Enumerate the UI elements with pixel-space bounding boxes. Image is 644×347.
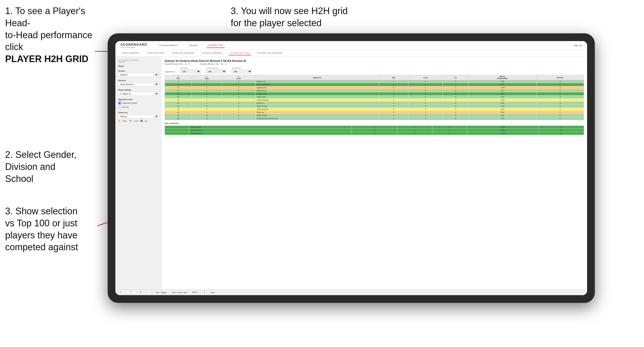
- toolbar-replay[interactable]: ↩: [145, 291, 150, 294]
- toolbar-forward[interactable]: →: [132, 291, 136, 294]
- table-row: 10 6 3 Andrea York 2 0 0 4.00 4: [165, 92, 584, 95]
- grid-title: Katelyn Vo Head-to-Head Grid for Women's…: [165, 59, 584, 62]
- cell-diff: 0.38: [468, 102, 536, 105]
- cell-diff: -1.00: [468, 86, 536, 89]
- subnav-player-h2h-heatmap[interactable]: PLAYER H2H HEATMAP: [256, 51, 284, 55]
- colour-by-label: Colour by: [118, 111, 159, 114]
- toolbar-view-original[interactable]: View: Original: [154, 291, 168, 294]
- subnav-team-summary[interactable]: TEAM SUMMARY: [120, 51, 141, 55]
- filter-region-select[interactable]: (All): [180, 70, 201, 73]
- sidebar-player-label: Player: [118, 65, 159, 67]
- table-row: 18 2 2 Euna Lee 0 1 0 -5.00 2: [165, 111, 584, 114]
- filter-region-label: Region: [180, 67, 201, 69]
- toolbar-grid[interactable]: ⊞: [138, 291, 143, 294]
- main-content: Last Updated: 27/03/202416:55:38 Player …: [115, 57, 587, 289]
- cell-diff: -5.00: [468, 111, 536, 114]
- nav-tournaments[interactable]: TOURNAMENTS: [157, 43, 180, 48]
- cell-opponent: Eunice Yi: [256, 102, 379, 105]
- subnav-team-h2h-grid[interactable]: TEAM H2H GRID: [146, 51, 166, 55]
- toolbar-back[interactable]: ←: [125, 291, 129, 294]
- cell-loss: 1: [408, 111, 443, 114]
- toolbar-layout[interactable]: ⊡: [202, 291, 207, 294]
- navbar: SCOREBOARD Powered by clippd TOURNAMENTS…: [115, 41, 587, 50]
- cell-opponent: Emily Chang: [256, 114, 379, 117]
- table-row: 3 1 1 Esther Lee 1 0 1 1.50 4: [165, 80, 584, 83]
- cell-win: 1: [379, 95, 408, 99]
- cell-empty: [165, 129, 189, 132]
- cell-rounds: 2: [536, 99, 584, 102]
- cell-foreign-label: NAIA Division 1: [189, 129, 352, 132]
- col-conf: #Conf: [222, 75, 256, 80]
- cell-win: 0: [379, 111, 408, 114]
- filter-opp-select[interactable]: (All): [232, 70, 252, 73]
- cell-loss: 2: [408, 108, 443, 111]
- tablet: SCOREBOARD Powered by clippd TOURNAMENTS…: [108, 33, 595, 303]
- cell-loss: 0: [408, 105, 443, 108]
- sidebar: Last Updated: 27/03/202416:55:38 Player …: [115, 57, 162, 289]
- colour-by-select[interactable]: Win/loss: [118, 114, 159, 118]
- gender-select[interactable]: Women's: [118, 73, 159, 77]
- cell-rounds: 9: [536, 102, 584, 105]
- toolbar-save-custom[interactable]: Save Custom View: [170, 291, 188, 294]
- cell-empty: [165, 126, 189, 129]
- out-of-div-table: Foreign Team 1 0 0 4.500 2 NAIA Division…: [165, 126, 584, 135]
- table-row: 6 3 3 Sydney Kuo 0 1 0 -1.00 3: [165, 86, 584, 89]
- cell-rounds: 2: [536, 111, 584, 114]
- division-select[interactable]: NCAA Division III: [118, 82, 159, 86]
- subnav-player-summary[interactable]: PLAYER SUMMARY: [201, 51, 224, 55]
- cell-div: 9: [165, 89, 192, 92]
- cell-diff: -0.94: [468, 108, 536, 111]
- cell-tie: 0: [443, 108, 468, 111]
- subnav-player-h2h-grid[interactable]: PLAYER H2H GRID: [229, 51, 251, 55]
- overall-record: Overall Record: 353 - 34 - 6: [165, 63, 190, 65]
- cell-diff: 1.25: [468, 105, 536, 108]
- toolbar-share[interactable]: Share: [209, 291, 217, 294]
- cell-conf: 7: [222, 117, 256, 120]
- subnav-team-h2h-heatmap[interactable]: TEAM H2H HEATMAP: [171, 51, 196, 55]
- col-win: Win: [379, 75, 408, 80]
- sidebar-playerrank-label: Player (Rank): [118, 89, 159, 91]
- cell-opponent: Sydney Kuo: [256, 86, 379, 89]
- cell-conf: 3: [222, 86, 256, 89]
- instruction-bl2-text: 3. Show selectionvs Top 100 or justplaye…: [5, 206, 78, 252]
- table-row: 9 1 4 Sharon Mun 1 0 0 3.67 3: [165, 89, 584, 92]
- nav-committee[interactable]: COMMITTEE: [207, 43, 225, 48]
- instruction-bl1-text: 2. Select Gender,Division andSchool: [5, 149, 76, 184]
- cell-foreign-label: Foreign Team: [189, 126, 352, 129]
- cell-reg: 3: [192, 108, 222, 111]
- cell-win: 1: [379, 89, 408, 92]
- toolbar-undo[interactable]: ↺: [118, 291, 123, 294]
- player-rank-select[interactable]: 8. Katelyn Vo: [118, 92, 159, 96]
- cell-tie: 0: [443, 99, 468, 102]
- opponents-label: Opponents:: [165, 71, 175, 73]
- cell-tie: 0: [443, 83, 468, 86]
- cell-loss: 2: [408, 102, 443, 105]
- filter-row: Opponents: Region (All) Conference (All): [165, 67, 584, 73]
- cell-diff: 7.400: [467, 132, 538, 135]
- logo-text: SCOREBOARD: [120, 43, 147, 46]
- radio-top100[interactable]: Top 100: [118, 105, 159, 109]
- colour-legend: Down Level Up: [118, 120, 159, 122]
- sign-out-link[interactable]: Sign out: [573, 44, 582, 47]
- table-row: NAIA Division 1 15 0 0 9.267 30: [165, 129, 584, 132]
- radio-opponents-played[interactable]: Opponents Played: [118, 101, 159, 105]
- cell-reg: 6: [192, 92, 222, 95]
- cell-rounds: 6: [536, 117, 584, 120]
- bottom-toolbar: ↺ ← → ⊞ ↩ View: Original Save Custom Vie…: [115, 289, 587, 295]
- col-diff: Diff AvStrokes/Rnd: [468, 75, 536, 80]
- sidebar-player-section: Player: [118, 65, 159, 67]
- nav-teams[interactable]: TEAMS: [187, 43, 199, 48]
- dot-up: [140, 120, 143, 122]
- table-row: 13 1 1 Jessica Huang 1 0 0 -3.00 2: [165, 99, 584, 102]
- filter-conf-select[interactable]: (All): [206, 70, 226, 73]
- cell-div: 3: [165, 80, 192, 83]
- cell-conf: 4: [222, 102, 256, 105]
- cell-loss: 0: [397, 132, 432, 135]
- toolbar-watch[interactable]: Watch ▾: [190, 291, 200, 294]
- col-reg: #Reg: [192, 75, 222, 80]
- table-row: NCAA Division 2 5 0 0 7.400 10: [165, 132, 584, 135]
- cell-tie: 0: [443, 86, 468, 89]
- cell-conf: 2: [222, 83, 256, 86]
- cell-tie: 0: [443, 95, 468, 99]
- table-row: Foreign Team 1 0 0 4.500 2: [165, 126, 584, 129]
